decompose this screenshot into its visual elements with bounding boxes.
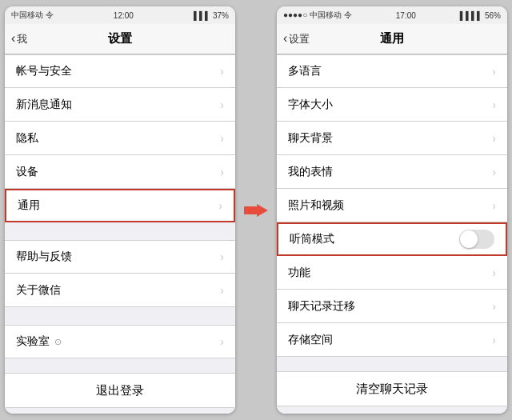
right-back-label: 设置 bbox=[289, 32, 310, 46]
right-phone: ●●●●○ 中国移动 令 17:00 ▌▌▌▌ 56% ‹ 设置 通用 多语言 … bbox=[277, 6, 507, 414]
left-item-privacy-right: › bbox=[220, 132, 224, 145]
right-clear-button[interactable]: 清空聊天记录 bbox=[277, 372, 507, 406]
left-item-lab[interactable]: 实验室 ⊙ › bbox=[5, 325, 235, 358]
left-phone: 中国移动 令 12:00 ▌▌▌ 37% ‹ 我 设置 帐号与安全 › bbox=[5, 6, 235, 414]
right-back-button[interactable]: ‹ 设置 bbox=[283, 32, 310, 46]
right-item-language-label: 多语言 bbox=[288, 64, 322, 78]
right-item-fontsize-label: 字体大小 bbox=[288, 98, 333, 112]
left-time: 12:00 bbox=[114, 11, 134, 20]
left-item-general-right: › bbox=[218, 199, 222, 212]
right-item-earpiece-label: 听筒模式 bbox=[290, 232, 334, 246]
right-item-emoji-chevron-icon: › bbox=[492, 166, 496, 178]
left-item-about-right: › bbox=[220, 284, 224, 297]
right-item-emoji-label: 我的表情 bbox=[288, 165, 333, 179]
right-item-fontsize-right: › bbox=[492, 98, 496, 111]
right-item-functions-chevron-icon: › bbox=[492, 266, 496, 279]
right-item-chatbg-right: › bbox=[492, 132, 496, 145]
left-item-device-label: 设备 bbox=[16, 165, 38, 179]
right-item-storage-label: 存储空间 bbox=[288, 333, 333, 347]
left-item-notifications-label: 新消息通知 bbox=[16, 98, 72, 112]
right-item-language-chevron-icon: › bbox=[492, 65, 496, 78]
right-item-fontsize[interactable]: 字体大小 › bbox=[277, 88, 507, 122]
arrow-shaft bbox=[244, 206, 257, 214]
left-carrier: 中国移动 令 bbox=[11, 10, 54, 21]
left-main-section: 帐号与安全 › 新消息通知 › 隐私 › bbox=[5, 54, 235, 222]
right-nav-title: 通用 bbox=[380, 31, 404, 46]
left-logout-button[interactable]: 退出登录 bbox=[5, 374, 235, 407]
left-item-notifications[interactable]: 新消息通知 › bbox=[5, 88, 235, 122]
left-nav-title: 设置 bbox=[108, 31, 132, 46]
right-item-language-right: › bbox=[492, 65, 496, 78]
right-time: 17:00 bbox=[396, 11, 416, 20]
right-back-chevron-icon: ‹ bbox=[283, 31, 287, 46]
right-item-functions-right: › bbox=[492, 266, 496, 279]
left-item-privacy[interactable]: 隐私 › bbox=[5, 122, 235, 155]
right-item-emoji-right: › bbox=[492, 166, 496, 178]
right-clear-section: 清空聊天记录 bbox=[277, 371, 507, 406]
left-item-device-chevron-icon: › bbox=[220, 166, 224, 178]
earpiece-toggle[interactable] bbox=[459, 230, 494, 249]
left-battery: ▌▌▌ 37% bbox=[194, 11, 229, 20]
left-item-help-right: › bbox=[220, 250, 224, 263]
left-item-account[interactable]: 帐号与安全 › bbox=[5, 54, 235, 88]
right-item-functions[interactable]: 功能 › bbox=[277, 256, 507, 290]
left-settings-list: 帐号与安全 › 新消息通知 › 隐私 › bbox=[5, 54, 235, 414]
left-back-chevron-icon: ‹ bbox=[11, 31, 15, 46]
right-clear-label: 清空聊天记录 bbox=[356, 382, 428, 397]
right-item-chatbg-label: 聊天背景 bbox=[288, 131, 333, 146]
left-item-device-right: › bbox=[220, 166, 224, 178]
right-battery: ▌▌▌▌ 56% bbox=[460, 11, 501, 20]
left-item-notifications-chevron-icon: › bbox=[220, 98, 224, 111]
right-item-storage-chevron-icon: › bbox=[492, 334, 496, 346]
left-item-general-label: 通用 bbox=[18, 198, 40, 213]
right-item-earpiece-right bbox=[459, 230, 494, 249]
left-section-gap-2 bbox=[5, 307, 235, 325]
left-item-account-label: 帐号与安全 bbox=[16, 64, 72, 78]
left-item-about-chevron-icon: › bbox=[220, 284, 224, 297]
phones-container: 中国移动 令 12:00 ▌▌▌ 37% ‹ 我 设置 帐号与安全 › bbox=[0, 0, 512, 420]
left-section-gap-1 bbox=[5, 222, 235, 240]
left-back-button[interactable]: ‹ 我 bbox=[11, 32, 27, 46]
right-item-chatbg-chevron-icon: › bbox=[492, 132, 496, 145]
right-item-history-chevron-icon: › bbox=[492, 300, 496, 313]
right-section-1: 多语言 › 字体大小 › 聊天背景 › bbox=[277, 54, 507, 357]
right-item-photos-label: 照片和视频 bbox=[288, 198, 344, 213]
right-item-earpiece[interactable]: 听筒模式 bbox=[277, 222, 507, 256]
right-nav-bar: ‹ 设置 通用 bbox=[277, 24, 507, 54]
right-item-history-right: › bbox=[492, 300, 496, 313]
arrow-divider bbox=[242, 6, 270, 414]
left-item-help[interactable]: 帮助与反馈 › bbox=[5, 240, 235, 274]
left-item-account-chevron-icon: › bbox=[220, 65, 224, 78]
left-nav-bar: ‹ 我 设置 bbox=[5, 24, 235, 54]
left-item-about[interactable]: 关于微信 › bbox=[5, 274, 235, 307]
left-item-general[interactable]: 通用 › bbox=[5, 189, 235, 222]
left-item-about-label: 关于微信 bbox=[16, 283, 61, 298]
left-item-lab-right: › bbox=[220, 335, 224, 348]
right-item-emoji[interactable]: 我的表情 › bbox=[277, 155, 507, 189]
right-item-history[interactable]: 聊天记录迁移 › bbox=[277, 290, 507, 323]
left-item-lab-chevron-icon: › bbox=[220, 335, 224, 348]
left-item-account-right: › bbox=[220, 65, 224, 78]
lab-icon: ⊙ bbox=[54, 337, 62, 347]
toggle-knob bbox=[460, 230, 478, 248]
right-item-chatbg[interactable]: 聊天背景 › bbox=[277, 122, 507, 155]
right-item-storage-right: › bbox=[492, 334, 496, 346]
right-settings-list: 多语言 › 字体大小 › 聊天背景 › bbox=[277, 54, 507, 414]
right-item-photos[interactable]: 照片和视频 › bbox=[277, 189, 507, 222]
arrow-head-icon bbox=[257, 204, 268, 217]
left-status-bar: 中国移动 令 12:00 ▌▌▌ 37% bbox=[5, 6, 235, 24]
right-item-storage[interactable]: 存储空间 › bbox=[277, 323, 507, 357]
left-back-label: 我 bbox=[17, 32, 27, 46]
left-item-help-label: 帮助与反馈 bbox=[16, 250, 72, 264]
left-section-3: 实验室 ⊙ › bbox=[5, 325, 235, 358]
right-item-photos-right: › bbox=[492, 199, 496, 212]
left-item-device[interactable]: 设备 › bbox=[5, 155, 235, 189]
right-item-functions-label: 功能 bbox=[288, 266, 310, 280]
right-item-history-label: 聊天记录迁移 bbox=[288, 299, 355, 314]
right-item-fontsize-chevron-icon: › bbox=[492, 98, 496, 111]
left-item-privacy-chevron-icon: › bbox=[220, 132, 224, 145]
right-item-language[interactable]: 多语言 › bbox=[277, 54, 507, 88]
left-section-2: 帮助与反馈 › 关于微信 › bbox=[5, 240, 235, 307]
left-item-privacy-label: 隐私 bbox=[16, 131, 38, 146]
right-item-photos-chevron-icon: › bbox=[492, 199, 496, 212]
